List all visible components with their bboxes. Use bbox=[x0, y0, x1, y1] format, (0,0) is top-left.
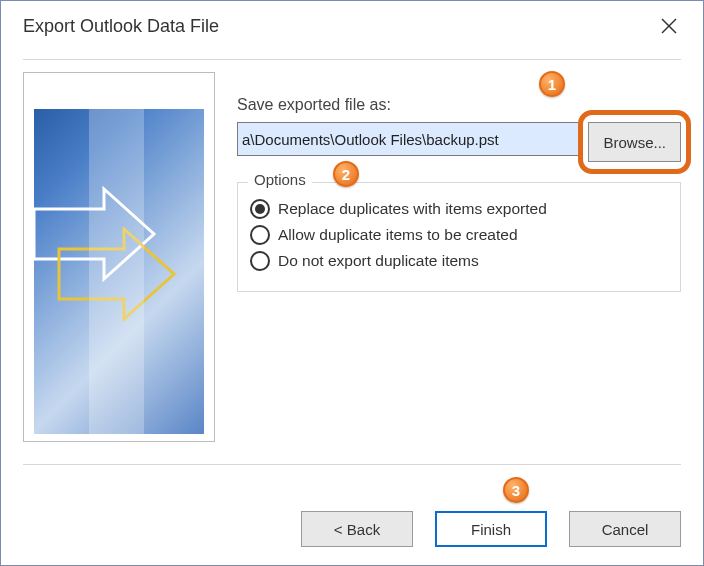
svg-rect-2 bbox=[89, 109, 144, 434]
arrows-icon bbox=[34, 109, 204, 434]
radio-allow-duplicates[interactable]: Allow duplicate items to be created bbox=[250, 225, 668, 245]
radio-label: Replace duplicates with items exported bbox=[278, 200, 547, 218]
radio-icon bbox=[250, 199, 270, 219]
back-button[interactable]: < Back bbox=[301, 511, 413, 547]
cancel-button[interactable]: Cancel bbox=[569, 511, 681, 547]
path-row: Browse... bbox=[237, 122, 681, 162]
dialog-footer: < Back Finish Cancel bbox=[23, 487, 681, 547]
close-icon bbox=[661, 18, 677, 34]
titlebar: Export Outlook Data File bbox=[1, 1, 703, 51]
radio-replace-duplicates[interactable]: Replace duplicates with items exported bbox=[250, 199, 668, 219]
options-legend: Options bbox=[248, 171, 312, 188]
dialog-title: Export Outlook Data File bbox=[23, 16, 649, 37]
main-panel: Save exported file as: Browse... Options… bbox=[237, 72, 681, 464]
export-dialog: Export Outlook Data File bbox=[0, 0, 704, 566]
close-button[interactable] bbox=[649, 6, 689, 46]
dialog-body: Save exported file as: Browse... Options… bbox=[23, 59, 681, 465]
file-path-input[interactable] bbox=[237, 122, 580, 156]
radio-label: Do not export duplicate items bbox=[278, 252, 479, 270]
browse-button[interactable]: Browse... bbox=[588, 122, 681, 162]
wizard-graphic bbox=[23, 72, 215, 442]
save-as-label: Save exported file as: bbox=[237, 96, 681, 114]
radio-icon bbox=[250, 251, 270, 271]
radio-no-export-duplicates[interactable]: Do not export duplicate items bbox=[250, 251, 668, 271]
finish-button[interactable]: Finish bbox=[435, 511, 547, 547]
radio-icon bbox=[250, 225, 270, 245]
options-legend-text: Options bbox=[254, 171, 306, 188]
radio-label: Allow duplicate items to be created bbox=[278, 226, 518, 244]
options-group: Options Replace duplicates with items ex… bbox=[237, 182, 681, 292]
